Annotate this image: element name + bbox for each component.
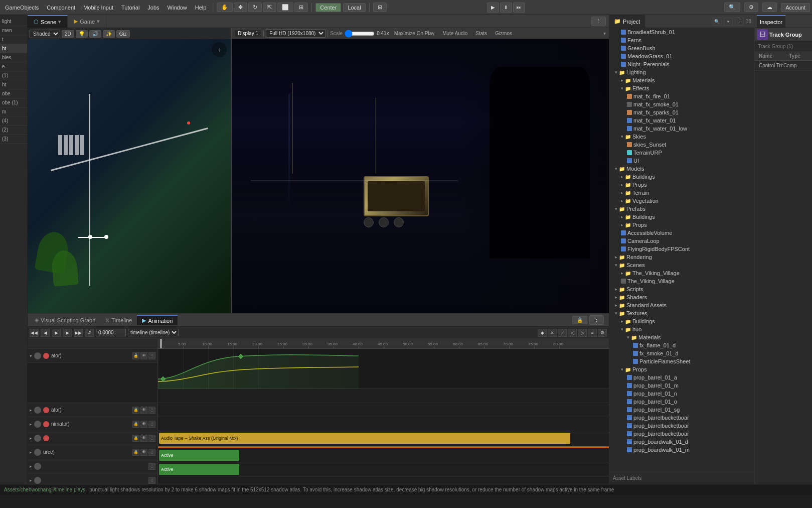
tab-scene[interactable]: ⬡ Scene ▾ (28, 15, 68, 28)
left-item-m[interactable]: m (0, 107, 27, 116)
light-btn[interactable]: 💡 (76, 30, 88, 38)
local-button[interactable]: Local (343, 3, 365, 12)
left-item-probe[interactable]: obe (0, 89, 27, 98)
tree-huoMaterials[interactable]: ▾ 📁 Materials (609, 333, 754, 341)
track-menu-6[interactable]: ⋮ (148, 477, 155, 484)
tab-game[interactable]: ▶ Game ▾ (68, 15, 106, 28)
tree-barrel-a[interactable]: prop_barrel_01_a (609, 373, 754, 382)
menu-tutorial[interactable]: Tutorial (118, 4, 142, 12)
maximize-btn[interactable]: Maximize On Play (391, 30, 438, 37)
track-rec-3[interactable] (43, 421, 49, 427)
tab-inspector[interactable]: Inspector (757, 15, 785, 28)
tree-Prefabs[interactable]: ▾ 📁 Prefabs (609, 205, 754, 213)
tl-settings-btn[interactable]: ⚙ (598, 329, 607, 337)
tree-Scenes[interactable]: ▾ 📁 Scenes (609, 261, 754, 269)
tree-boardwalk-d[interactable]: prop_boardwalk_01_d (609, 438, 754, 446)
tab-visual-scripting[interactable]: ◈ Visual Scripting Graph (30, 315, 100, 325)
hand-tool[interactable]: ✋ (217, 3, 233, 12)
tree-Skies[interactable]: ▾ 📁 Skies (609, 133, 754, 141)
tree-UI[interactable]: UI (609, 157, 754, 165)
gizmos-btn[interactable]: Gizmos (492, 30, 515, 37)
tree-barrelb3[interactable]: prop_barrelbucketboar (609, 430, 754, 438)
menu-mobileinput[interactable]: Mobile Input (80, 4, 116, 12)
tree-mat-fire[interactable]: mat_fx_fire_01 (609, 92, 754, 100)
tree-barrelb2[interactable]: prop_barrelbucketboar (609, 422, 754, 430)
next-key-btn[interactable]: ▷ (578, 329, 587, 337)
tl-play-btn[interactable]: ▶ (52, 329, 61, 337)
tree-huo[interactable]: ▾ 📁 huo (609, 325, 754, 333)
tree-barrel-sg[interactable]: prop_barrel_01_sg (609, 406, 754, 414)
tree-Buildings[interactable]: ▸ 📁 Buildings (609, 173, 754, 181)
tree-mat-smoke[interactable]: mat_fx_smoke_01 (609, 100, 754, 108)
left-item-ht2[interactable]: ht (0, 80, 27, 89)
track-lock-audio[interactable]: 🔒 (132, 449, 139, 456)
scale-tool[interactable]: ⇱ (263, 3, 276, 12)
playhead-cursor[interactable] (160, 339, 161, 348)
tree-TexProps[interactable]: ▾ 📁 Props (609, 365, 754, 373)
tree-barrelb1[interactable]: prop_barrelbucketboar (609, 414, 754, 422)
tree-fx-smoke[interactable]: fx_smoke_01_d (609, 349, 754, 357)
tree-StandardAssets[interactable]: ▸ 📁 Standard Assets (609, 301, 754, 309)
tree-Ferns[interactable]: Ferns (609, 36, 754, 44)
tl-loop-btn[interactable]: ↺ (85, 329, 94, 337)
tree-Props[interactable]: ▸ 📁 Props (609, 181, 754, 189)
track-eye2-audio[interactable]: 👁 (140, 449, 147, 456)
tree-Models[interactable]: ▾ 📁 Models (609, 165, 754, 173)
shader-select[interactable]: Shaded (30, 30, 60, 38)
center-button[interactable]: Center (315, 3, 341, 12)
left-item-ht[interactable]: ht (0, 44, 27, 53)
tree-Textures[interactable]: ▾ 📁 Textures (609, 309, 754, 317)
tab-timeline[interactable]: ⧖ Timeline (100, 315, 137, 325)
tree-ParticleFlames[interactable]: ParticleFlamesSheet (609, 357, 754, 365)
tree-VikingVillageFolder[interactable]: ▸ 📁 The_Viking_Village (609, 269, 754, 277)
tree-mat-water[interactable]: mat_fx_water_01 (609, 116, 754, 124)
menu-jobs[interactable]: Jobs (144, 4, 162, 12)
project-search-btn[interactable]: 🔍 (713, 18, 722, 26)
tree-PrefabProps[interactable]: ▸ 📁 Props (609, 221, 754, 229)
game-tab-menu[interactable]: ▾ (97, 18, 100, 25)
track-expand-1[interactable]: ▾ (30, 353, 32, 358)
settings-button[interactable]: ⚙ (744, 3, 758, 12)
viewport-options-btn[interactable]: ⋮ (591, 17, 606, 26)
track-eye2-1[interactable]: 👁 (140, 352, 147, 359)
stats-btn[interactable]: Stats (472, 30, 490, 37)
track-rec-1[interactable] (43, 353, 49, 359)
track-menu-3[interactable]: ⋮ (148, 421, 155, 428)
project-add-btn[interactable]: + (724, 18, 733, 26)
cloud-button[interactable]: ☁ (762, 3, 777, 12)
tl-prev-btn[interactable]: ◀ (41, 329, 50, 337)
tree-barrel-o[interactable]: prop_barrel_01_o (609, 398, 754, 406)
tab-project[interactable]: 📁 Project (609, 15, 645, 28)
pause-button[interactable]: ⏸ (500, 3, 512, 13)
left-item-2[interactable]: (2) (0, 125, 27, 135)
tree-Lighting[interactable]: ▾ 📁 Lighting (609, 68, 754, 76)
tree-NightPerennials[interactable]: Night_Perennials (609, 60, 754, 68)
scale-slider[interactable] (345, 30, 375, 38)
active-clip-2[interactable]: Active (159, 464, 239, 475)
play-button[interactable]: ▶ (487, 3, 499, 13)
curve-track[interactable] (158, 349, 609, 389)
tl-next-btn[interactable]: ▶ (63, 329, 72, 337)
project-menu-btn[interactable]: ⋮ (735, 18, 744, 26)
ripple-btn[interactable]: ≡ (588, 329, 597, 337)
account-button[interactable]: Account (781, 3, 810, 12)
track-eye-4[interactable] (34, 435, 41, 442)
track-eye-6[interactable] (34, 477, 41, 484)
tl-active-row-2[interactable]: Active (158, 462, 609, 476)
del-key-btn[interactable]: ✕ (548, 329, 557, 337)
rotate-tool[interactable]: ↻ (248, 3, 262, 12)
tl-end-btn[interactable]: ▶▶ (74, 329, 83, 337)
active-clip-1[interactable]: Active (159, 450, 239, 461)
clip-select[interactable]: timeline (timeline) (128, 329, 179, 336)
track-eye-3[interactable] (34, 421, 41, 428)
tree-VikingVillageFile[interactable]: The_Viking_Village (609, 277, 754, 285)
track-rec-4[interactable] (43, 435, 49, 441)
track-eye2-4[interactable]: 👁 (140, 435, 147, 442)
track-lock-2[interactable]: 🔒 (132, 407, 139, 414)
tl-row-2[interactable] (158, 389, 609, 403)
track-lock-3[interactable]: 🔒 (132, 421, 139, 428)
tree-Vegetation[interactable]: ▸ 📁 Vegetation (609, 197, 754, 205)
track-eye-1[interactable] (34, 352, 41, 359)
left-item-probe1[interactable]: obe (1) (0, 98, 27, 107)
tree-AccessibleVolume[interactable]: AccessibleVolume (609, 229, 754, 237)
